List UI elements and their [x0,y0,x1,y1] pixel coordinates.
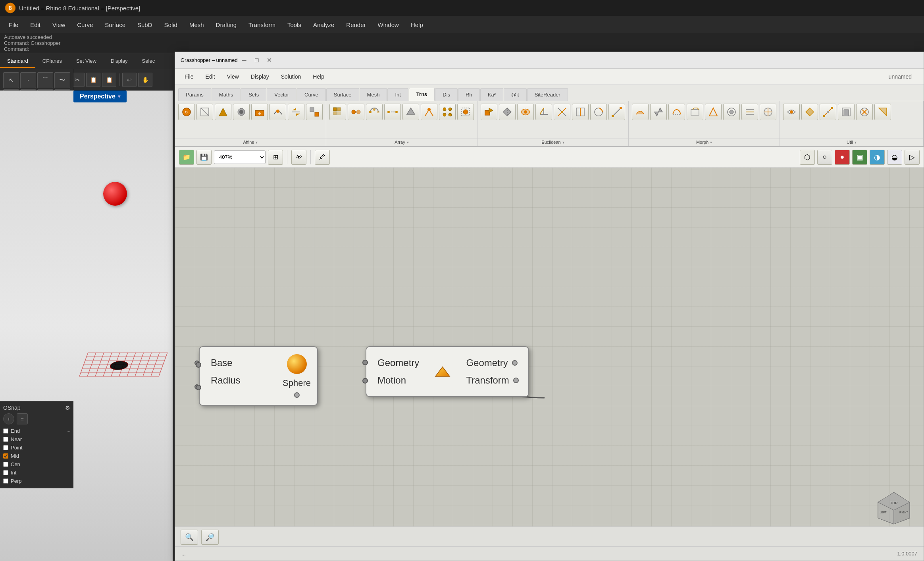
tab-rh[interactable]: Rh [458,88,480,101]
toolbar-copy[interactable]: 📋 [86,73,100,87]
menu-transform[interactable]: Transform [243,19,281,31]
ribbon-icon-util-1[interactable] [783,104,800,120]
tool-select[interactable]: ↖ [3,72,19,88]
ribbon-icon-affine-4[interactable] [233,104,250,120]
gh-zoom-select[interactable]: 407% [214,150,266,164]
ribbon-icon-array-6[interactable] [421,104,437,120]
gh-node-transform-clean[interactable]: Geometry Motion Geometry [366,346,529,397]
osnap-near-checkbox[interactable] [3,437,8,442]
ribbon-icon-morph-4[interactable] [687,104,703,120]
gh-menu-help[interactable]: Help [307,71,330,82]
tab-mesh[interactable]: Mesh [360,88,387,101]
gh-close-btn[interactable]: ✕ [263,55,276,66]
tab-cplanes[interactable]: CPlanes [35,55,69,68]
gh-btn-save[interactable]: 💾 [196,150,212,165]
ribbon-icon-morph-8[interactable] [760,104,776,120]
ribbon-icon-array-5[interactable] [402,104,419,120]
tool-curve2[interactable]: 〜 [54,72,70,88]
menu-file[interactable]: File [3,19,24,31]
menu-drafting[interactable]: Drafting [210,19,243,31]
tab-trns[interactable]: Trns [409,88,435,101]
menu-mesh[interactable]: Mesh [184,19,210,31]
gh-menu-display[interactable]: Display [245,71,275,82]
ribbon-icon-eucl-4[interactable] [535,104,552,120]
gh-zoom-out-btn[interactable]: 🔎 [201,530,219,545]
tab-surface[interactable]: Surface [326,88,359,101]
gh-btn-zoom-fit[interactable]: ⊞ [268,150,283,165]
tab-maths[interactable]: Maths [212,88,241,101]
osnap-point-checkbox[interactable] [3,445,8,450]
menu-analyze[interactable]: Analyze [308,19,340,31]
menu-curve[interactable]: Curve [71,19,98,31]
gh-view-btn-7[interactable]: ▷ [905,150,920,165]
gh-node-sphere-clean[interactable]: Base Radius Sphere [199,346,318,406]
toolbar-paste[interactable]: 📋 [102,73,116,87]
osnap-perp-checkbox[interactable] [3,478,8,484]
tab-setview[interactable]: Set View [69,55,104,68]
tab-ka2[interactable]: Ka² [480,88,503,101]
rhino-viewport[interactable] [0,91,173,561]
osnap-add-btn[interactable]: + [3,413,14,424]
tab-dis[interactable]: Dis [435,88,458,101]
tab-curve[interactable]: Curve [297,88,326,101]
ribbon-icon-eucl-3[interactable] [517,104,534,120]
tab-params[interactable]: Params [178,88,211,101]
menu-edit[interactable]: Edit [25,19,46,31]
ribbon-icon-affine-5[interactable]: ⊕ [251,104,268,120]
ribbon-icon-array-7[interactable] [439,104,456,120]
ribbon-icon-eucl-7[interactable] [590,104,607,120]
gh-btn-folder[interactable]: 📁 [179,150,194,165]
ribbon-icon-util-2[interactable] [801,104,818,120]
ribbon-icon-affine-2[interactable] [196,104,213,120]
tab-selec[interactable]: Selec [135,55,162,68]
ribbon-icon-util-4[interactable] [838,104,855,120]
tool-curve1[interactable]: ⌒ [37,72,53,88]
gh-menu-view[interactable]: View [221,71,244,82]
osnap-mid-checkbox[interactable] [3,453,8,459]
ribbon-icon-morph-7[interactable] [741,104,758,120]
gh-view-btn-1[interactable]: ⬡ [800,150,815,165]
menu-render[interactable]: Render [341,19,371,31]
menu-subd[interactable]: SubD [132,19,158,31]
menu-tools[interactable]: Tools [282,19,307,31]
ribbon-icon-util-6[interactable] [874,104,891,120]
ribbon-icon-eucl-8[interactable] [608,104,625,120]
ribbon-icon-affine-7[interactable] [288,104,304,120]
gh-view-btn-6[interactable]: ◒ [887,150,902,165]
tab-display[interactable]: Display [104,55,135,68]
ribbon-icon-array-2[interactable] [348,104,364,120]
ribbon-icon-eucl-1[interactable] [481,104,497,120]
gh-maximize-btn[interactable]: □ [250,55,263,66]
ribbon-icon-morph-1[interactable] [632,104,649,120]
gh-minimize-btn[interactable]: ─ [238,55,250,66]
osnap-filter-btn[interactable]: ≡ [17,413,28,424]
tab-sitereader[interactable]: SiteReader [527,88,568,101]
menu-surface[interactable]: Surface [99,19,131,31]
osnap-int-checkbox[interactable] [3,470,8,475]
gh-zoom-in-btn[interactable]: 🔍 [181,530,198,545]
gh-menu-solution[interactable]: Solution [275,71,307,82]
tab-sets[interactable]: Sets [241,88,266,101]
ribbon-icon-util-5[interactable] [856,104,873,120]
tab-at[interactable]: @it [504,88,527,101]
gh-view-btn-3[interactable]: ● [835,150,850,165]
ribbon-icon-array-1[interactable] [329,104,346,120]
ribbon-icon-eucl-5[interactable] [554,104,570,120]
osnap-cen-checkbox[interactable] [3,462,8,467]
tool-point[interactable]: · [20,72,36,88]
gh-view-btn-2[interactable]: ○ [817,150,832,165]
menu-solid[interactable]: Solid [159,19,183,31]
toolbar-undo[interactable]: ↩ [122,73,137,87]
viewport-label[interactable]: Perspective ▾ [73,91,127,102]
ribbon-icon-util-3[interactable] [820,104,836,120]
menu-window[interactable]: Window [372,19,404,31]
ribbon-icon-affine-1[interactable]: ⟳ [178,104,195,120]
ribbon-icon-array-4[interactable] [384,104,401,120]
tab-standard[interactable]: Standard [0,55,35,68]
ribbon-icon-array-8[interactable] [457,104,474,120]
gh-btn-bake[interactable]: 🖊 [315,150,330,165]
gh-view-btn-4[interactable]: ▣ [852,150,867,165]
ribbon-icon-eucl-6[interactable] [572,104,589,120]
tab-vector[interactable]: Vector [267,88,296,101]
gh-view-btn-5[interactable]: ◑ [870,150,885,165]
